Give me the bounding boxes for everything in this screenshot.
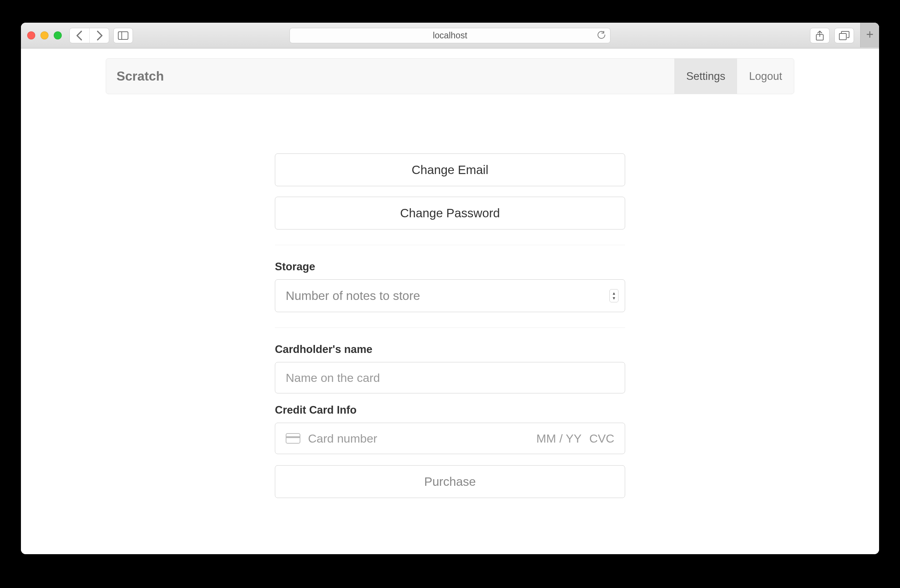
cardholder-label: Cardholder's name (275, 343, 625, 356)
storage-label: Storage (275, 261, 625, 273)
app-navbar: Scratch Settings Logout (106, 58, 794, 94)
nav-back-forward (70, 28, 109, 43)
new-tab-button[interactable]: + (860, 23, 879, 47)
maximize-window-button[interactable] (54, 31, 62, 39)
back-button[interactable] (70, 28, 89, 43)
url-text: localhost (433, 30, 467, 40)
tabs-button[interactable] (835, 28, 854, 43)
change-password-button[interactable]: Change Password (275, 197, 625, 230)
settings-form: Change Email Change Password Storage Num… (275, 154, 625, 498)
sidebar-toggle-button[interactable] (113, 28, 133, 43)
window-controls (27, 31, 62, 39)
reload-icon[interactable] (597, 31, 605, 40)
browser-titlebar: localhost + (21, 23, 879, 48)
minimize-window-button[interactable] (40, 31, 48, 39)
cc-info-label: Credit Card Info (275, 404, 625, 416)
svg-rect-3 (839, 34, 846, 40)
credit-card-input[interactable]: Card number MM / YY CVC (275, 423, 625, 454)
share-button[interactable] (810, 28, 830, 43)
card-expiry-placeholder: MM / YY (536, 432, 582, 445)
storage-select-placeholder: Number of notes to store (286, 289, 420, 303)
cardholder-input[interactable] (275, 362, 625, 393)
divider (275, 327, 625, 328)
browser-window: localhost + Scratch Settings Logout (21, 23, 879, 554)
address-bar[interactable]: localhost (290, 28, 610, 43)
change-email-button[interactable]: Change Email (275, 154, 625, 186)
purchase-button[interactable]: Purchase (275, 465, 625, 498)
forward-button[interactable] (89, 28, 109, 43)
titlebar-right: + (810, 28, 873, 43)
select-stepper-icon: ▲▼ (610, 289, 619, 303)
nav-settings[interactable]: Settings (674, 59, 737, 94)
card-icon (286, 433, 300, 444)
close-window-button[interactable] (27, 31, 35, 39)
nav-logout[interactable]: Logout (737, 59, 794, 94)
storage-select[interactable]: Number of notes to store ▲▼ (275, 279, 625, 312)
card-number-placeholder: Card number (308, 432, 377, 445)
svg-rect-0 (118, 32, 128, 39)
divider (275, 245, 625, 245)
brand[interactable]: Scratch (116, 59, 164, 94)
card-cvc-placeholder: CVC (589, 432, 614, 445)
page-content: Scratch Settings Logout Change Email Cha… (21, 48, 879, 554)
